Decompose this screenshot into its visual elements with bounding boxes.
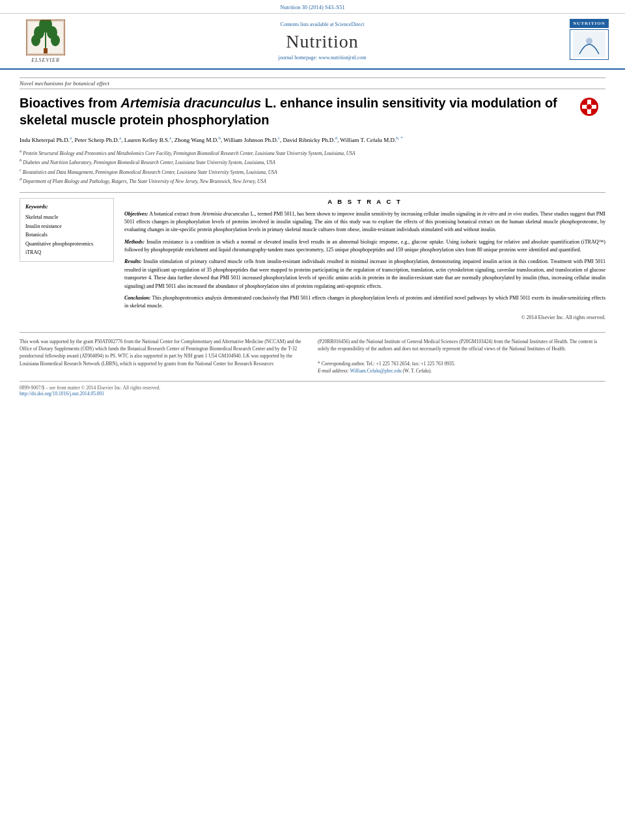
journal-citation: Nutrition 30 (2014) S43–S51 — [0, 0, 625, 14]
affiliations: a Protein Structural Biology and Proteom… — [20, 148, 605, 186]
keyword-botanicals: Botanicals — [25, 231, 108, 240]
left-column: Keywords: Skeletal muscle Insulin resist… — [20, 198, 114, 320]
footnote-left: This work was supported by the grant P50… — [20, 338, 307, 374]
svg-rect-7 — [44, 48, 48, 53]
affiliation-a: a Protein Structural Biology and Proteom… — [20, 148, 605, 158]
article-category: Novel mechanisms for botanical effect — [20, 77, 605, 89]
homepage-url[interactable]: www.nutritionjrnl.com — [318, 55, 366, 61]
abstract-objectives: Objectives: A botanical extract from Art… — [124, 210, 605, 234]
affiliation-d: d Department of Plant Biology and Pathol… — [20, 176, 605, 186]
methods-label: Methods: — [124, 239, 145, 245]
article-title: Bioactives from Artemisia dracunculus L.… — [20, 94, 573, 128]
email-link[interactable]: William.Cefalu@pbrc.edu — [350, 368, 402, 374]
abstract-copyright: © 2014 Elsevier Inc. All rights reserved… — [124, 315, 605, 320]
footnote-right: (P20RR016456) and the National Institute… — [318, 338, 605, 374]
crossmark-icon — [579, 97, 599, 117]
keywords-section: Keywords: Skeletal muscle Insulin resist… — [20, 198, 114, 262]
crossmark — [579, 94, 605, 117]
objectives-label: Objectives: — [124, 211, 148, 217]
keywords-title: Keywords: — [25, 203, 108, 212]
svg-point-5 — [31, 35, 40, 46]
keyword-insulin-resistance: Insulin resistance — [25, 222, 108, 231]
elsevier-logo: ELSEVIER — [13, 19, 78, 63]
authors: Indu Kheterpal Ph.D.a, Peter Scherp Ph.D… — [20, 135, 605, 145]
elsevier-wordmark: ELSEVIER — [31, 57, 60, 63]
abstract-conclusion: Conclusion: This phosphoproteomics analy… — [124, 294, 605, 311]
keyword-skeletal-muscle: Skeletal muscle — [25, 213, 108, 222]
elsevier-tree-icon — [26, 20, 65, 55]
journal-homepage: journal homepage: www.nutritionjrnl.com — [278, 55, 366, 61]
separator — [20, 192, 605, 193]
affiliation-b: b Diabetes and Nutrition Laboratory, Pen… — [20, 157, 605, 167]
footnote-section: This work was supported by the grant P50… — [20, 332, 605, 374]
keyword-itraq: iTRAQ — [25, 248, 108, 257]
badge-text: NUTRITION — [570, 19, 609, 28]
results-label: Results: — [124, 259, 142, 264]
svg-point-15 — [587, 104, 592, 109]
abstract-results: Results: Insulin stimulation of primary … — [124, 258, 605, 290]
issn-text: 0899-9007/$ – see front matter © 2014 El… — [20, 385, 160, 391]
journal-title: Nutrition — [286, 31, 359, 52]
two-column-layout: Keywords: Skeletal muscle Insulin resist… — [20, 198, 605, 320]
abstract-methods: Methods: Insulin resistance is a conditi… — [124, 238, 605, 255]
citation-text: Nutrition 30 (2014) S43–S51 — [280, 4, 344, 10]
bottom-bar: 0899-9007/$ – see front matter © 2014 El… — [20, 381, 605, 397]
keyword-phosphoproteomics: Quantitative phosphoproteomics — [25, 240, 108, 249]
abstract-title: A B S T R A C T — [124, 198, 605, 205]
badge-inner — [570, 29, 609, 60]
article-title-section: Bioactives from Artemisia dracunculus L.… — [20, 94, 605, 128]
main-content: Novel mechanisms for botanical effect Bi… — [0, 70, 625, 403]
journal-header: ELSEVIER Contents lists available at Sci… — [0, 14, 625, 70]
nutrition-badge: NUTRITION — [566, 19, 612, 63]
conclusion-label: Conclusion: — [124, 295, 150, 301]
right-column: A B S T R A C T Objectives: A botanical … — [124, 198, 605, 320]
affiliation-c: c Biostatistics and Data Management, Pen… — [20, 167, 605, 176]
svg-point-11 — [586, 38, 592, 44]
svg-point-6 — [51, 35, 60, 46]
journal-center: Contents lists available at ScienceDirec… — [85, 19, 560, 63]
doi-link[interactable]: http://dx.doi.org/10.1016/j.nut.2014.05.… — [20, 391, 104, 397]
page: Nutrition 30 (2014) S43–S51 ELSEVIER — [0, 0, 625, 840]
sciencedirect-text: Contents lists available at ScienceDirec… — [281, 21, 365, 27]
